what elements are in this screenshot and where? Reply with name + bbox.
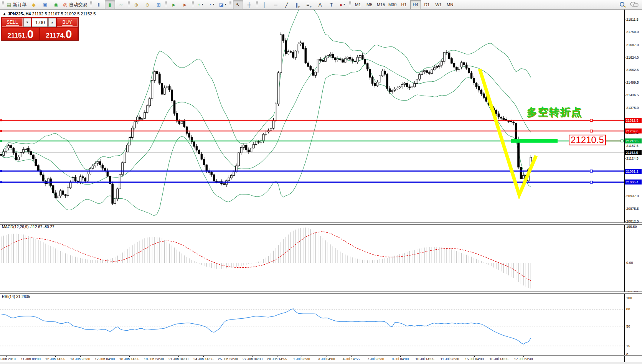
- turning-point-annotation[interactable]: 多空转折点: [526, 105, 582, 119]
- time-tick-label: 25 Jun 23:30: [218, 357, 238, 361]
- price-tick: [624, 108, 625, 108]
- price-tick: [624, 82, 625, 83]
- chart-title: ▲ JPN225-,H4 21132.5 21167.5 21092.5 211…: [2, 12, 96, 16]
- zoom-out-icon[interactable]: ⊖: [142, 0, 153, 9]
- vertical-line-icon[interactable]: │: [259, 0, 270, 9]
- timeframe-d1[interactable]: D1: [422, 0, 432, 9]
- metaeditor-icon[interactable]: ◆: [28, 0, 39, 9]
- search-icon[interactable]: [619, 1, 627, 8]
- candlestick-icon[interactable]: ▮: [105, 0, 115, 9]
- price-tick-label: 20875.5: [626, 207, 642, 211]
- toolbar-grip: [229, 1, 231, 8]
- current-price-badge: 21152.5: [625, 150, 642, 155]
- timeframe-m15[interactable]: M15: [376, 0, 386, 9]
- indicators-add-icon-dropdown[interactable]: ▾: [201, 3, 203, 6]
- price-tick: [624, 70, 625, 70]
- bollinger-bands: [1, 10, 531, 216]
- sell-button[interactable]: SELL: [2, 18, 23, 27]
- volume-increase-button[interactable]: ▲: [48, 18, 56, 27]
- new-order-button-label: 新订单: [13, 2, 26, 7]
- macd-histogram: [1, 227, 531, 288]
- text-icon[interactable]: A: [315, 0, 325, 9]
- timeframe-m1[interactable]: M1: [353, 0, 363, 9]
- price-tick-label: 21811.5: [626, 18, 642, 21]
- buy-button[interactable]: BUY: [57, 18, 78, 27]
- price-callout-label[interactable]: 21210.5: [569, 135, 606, 145]
- timeframe-h1[interactable]: H1: [399, 0, 409, 9]
- time-tick-label: 10 Jul 14:55: [415, 357, 434, 361]
- price-tick: [624, 221, 625, 222]
- bar-chart-icon[interactable]: ‖: [94, 0, 104, 9]
- time-tick-label: 12 Jun 14:55: [45, 357, 65, 361]
- terminal-icon[interactable]: ▣: [40, 0, 50, 9]
- crosshair-icon[interactable]: ┼: [244, 0, 254, 9]
- rsi-tick-label: 80: [626, 307, 642, 311]
- yellow-zigzag[interactable]: [480, 69, 536, 195]
- zoom-out-icon: ⊖: [145, 2, 150, 7]
- timeframe-m5[interactable]: M5: [364, 0, 375, 9]
- axis-badge-21210.5: 21210.5: [625, 138, 642, 143]
- new-order-button: ▤: [7, 2, 11, 7]
- arrows-icon-dropdown[interactable]: ▾: [343, 3, 345, 6]
- price-tick: [624, 196, 625, 196]
- periods-clock-icon[interactable]: ◔▾: [206, 0, 217, 9]
- tile-windows-icon[interactable]: ⊞: [153, 0, 164, 9]
- templates-icon[interactable]: ◪▾: [218, 0, 228, 9]
- horizontal-line-icon[interactable]: ─: [271, 0, 281, 9]
- indicators-add-icon[interactable]: +▾: [195, 0, 206, 9]
- fibonacci-icon[interactable]: ≡F: [304, 0, 314, 9]
- price-tick: [624, 32, 625, 32]
- panel-separator-macd[interactable]: [0, 222, 642, 225]
- channel-icon[interactable]: ∥E: [293, 0, 303, 9]
- periods-clock-icon: ◔: [209, 2, 212, 7]
- templates-icon-dropdown[interactable]: ▾: [225, 3, 226, 6]
- rsi-tick-label: 100: [626, 296, 642, 300]
- hline-21312.5[interactable]: [0, 119, 624, 122]
- rsi-panel[interactable]: [0, 294, 624, 355]
- panel-separator-rsi[interactable]: [0, 292, 642, 294]
- crosshair-icon: ┼: [248, 2, 251, 7]
- periods-clock-icon-dropdown[interactable]: ▾: [213, 3, 215, 6]
- metaeditor-icon: ◆: [32, 2, 36, 7]
- price-tick-label: 21624.0: [626, 56, 642, 59]
- time-tick-label: 13 Jun 23:30: [70, 357, 90, 361]
- label-icon: T: [330, 2, 333, 7]
- new-order-button[interactable]: ▤新订单: [5, 0, 28, 9]
- macd-tick-label: 155.59: [626, 225, 642, 229]
- one-click-trading-panel: SELL ▼ 1.00 ▲ BUY 21151.0 21174.0: [1, 17, 79, 41]
- sell-price[interactable]: 21151.0: [2, 28, 39, 40]
- chat-icon[interactable]: [630, 1, 639, 8]
- timeframe-mn[interactable]: MN: [445, 0, 456, 9]
- price-tick-label: 20937.0: [626, 194, 642, 198]
- timeframe-h4[interactable]: H4: [410, 0, 421, 9]
- line-chart-icon: ∼: [119, 2, 123, 7]
- chart-title-symbol: ▲ JPN225-,H4: [2, 12, 31, 16]
- toolbar: ▤新订单◆▣◉◎自动交易‖▮∼⊕⊖⊞►►+▾◔▾◪▾↖┼│─╱∥E≡FAT♦▾M…: [0, 0, 642, 10]
- zoom-in-icon[interactable]: ⊕: [131, 0, 142, 9]
- timeframe-w1[interactable]: W1: [433, 0, 444, 9]
- signals-icon[interactable]: ◉: [51, 0, 61, 9]
- auto-scroll-icon[interactable]: ►: [169, 0, 179, 9]
- time-tick-label: 21 Jun 04:00: [168, 357, 188, 361]
- trendline-icon[interactable]: ╱: [282, 0, 292, 9]
- line-chart-icon[interactable]: ∼: [116, 0, 126, 9]
- volume-decrease-button[interactable]: ▼: [23, 18, 31, 27]
- time-tick-label: 15 Jul 04:00: [465, 357, 484, 361]
- label-icon[interactable]: T: [326, 0, 337, 9]
- arrows-icon[interactable]: ♦▾: [337, 0, 348, 9]
- indicators-add-icon: +: [198, 2, 201, 7]
- fibonacci-icon: ≡: [306, 2, 309, 7]
- chart-shift-icon[interactable]: ►: [180, 0, 190, 9]
- timeframe-m30[interactable]: M30: [387, 0, 398, 9]
- horizontal-line-icon: ─: [274, 2, 277, 7]
- macd-panel[interactable]: [0, 224, 624, 292]
- cursor-icon[interactable]: ↖: [233, 0, 243, 9]
- autotrading-button-label: 自动交易: [69, 2, 87, 7]
- toolbar-grip: [256, 1, 258, 8]
- green-highlight-bar[interactable]: [511, 139, 558, 143]
- rsi-tick-label: 50: [626, 324, 642, 328]
- autotrading-button[interactable]: ◎自动交易: [62, 0, 88, 9]
- buy-price[interactable]: 21174.0: [40, 28, 78, 40]
- bar-chart-icon: ‖: [97, 2, 99, 7]
- volume-input[interactable]: 1.00: [32, 18, 48, 27]
